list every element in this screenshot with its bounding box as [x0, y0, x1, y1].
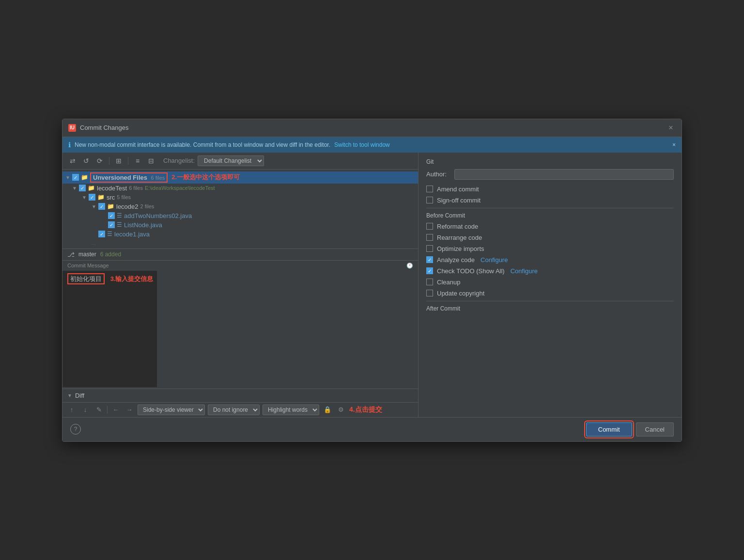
amend-commit-label: Amend commit	[437, 186, 479, 193]
optimize-imports-checkbox[interactable]	[426, 245, 433, 252]
diff-up-btn[interactable]: ↑	[66, 404, 77, 415]
cleanup-checkbox[interactable]	[426, 279, 433, 285]
sign-off-commit-row: Sign-off commit	[426, 197, 674, 204]
tree-arrow-unversioned: ▼	[65, 175, 72, 180]
title-bar: IU Commit Changes ×	[62, 119, 682, 137]
java-file-icon-2: ☰	[107, 231, 112, 237]
collapse-icon[interactable]: ⊟	[146, 156, 156, 166]
diff-down-btn[interactable]: ↓	[80, 404, 91, 415]
lock-icon[interactable]: 🔒	[322, 404, 333, 415]
commit-message-label: Commit Message	[67, 263, 406, 268]
diff-toolbar: ↑ ↓ ✎ ← → Side-by-side viewer Do not ign…	[62, 402, 418, 417]
after-commit-header: After Commit	[426, 305, 674, 312]
diff-title: Diff	[75, 392, 84, 399]
rearrange-code-label: Rearrange code	[437, 234, 482, 241]
folder-icon-lecode2: 📁	[107, 203, 114, 210]
close-button[interactable]: ×	[666, 123, 676, 133]
analyze-code-row: ✓ Analyze code Configure	[426, 256, 674, 264]
rearrange-code-row: Rearrange code	[426, 234, 674, 241]
check-todo-row: ✓ Check TODO (Show All) Configure	[426, 267, 674, 275]
java-file-icon-0: ☰	[117, 212, 122, 219]
diff-toolbar-divider-1	[107, 406, 108, 414]
info-icon: ℹ	[68, 141, 71, 149]
author-label: Author:	[426, 171, 450, 178]
folder-icon-src: 📁	[97, 194, 105, 201]
refresh-icon[interactable]: ⟳	[94, 156, 105, 166]
branch-icon: ⎇	[67, 251, 75, 258]
checkbox-file-1[interactable]: ✓	[108, 221, 115, 228]
tree-item-file-0[interactable]: ✓ ☰ addTwoNumbers02.java	[62, 211, 418, 220]
app-icon: IU	[68, 124, 76, 132]
commit-message-input[interactable]	[62, 271, 157, 387]
commit-button[interactable]: Commit	[586, 422, 632, 436]
dialog-title: Commit Changes	[80, 124, 666, 131]
viewer-mode-select[interactable]: Side-by-side viewer	[138, 404, 205, 415]
analyze-code-checkbox[interactable]: ✓	[426, 256, 433, 263]
highlight-mode-select[interactable]: Highlight words	[263, 404, 319, 415]
checkbox-lecode2[interactable]: ✓	[98, 203, 105, 210]
section-divider-1	[426, 208, 674, 208]
reformat-code-row: Reformat code	[426, 223, 674, 230]
diff-header[interactable]: ▼ Diff	[62, 389, 418, 402]
diff-back-btn[interactable]: ←	[110, 404, 121, 415]
checkbox-src[interactable]: ✓	[89, 194, 95, 201]
cleanup-row: Cleanup	[426, 279, 674, 286]
commit-message-area: Commit Message 🕐 初始化项目 3.输入提交信息	[62, 260, 418, 389]
author-input[interactable]	[454, 169, 674, 180]
analyze-code-label: Analyze code	[437, 256, 475, 264]
tree-name-lecodetest: lecodeTest	[97, 185, 127, 192]
rearrange-code-checkbox[interactable]	[426, 234, 433, 241]
diff-forward-btn[interactable]: →	[124, 404, 135, 415]
folder-icon-lecodetest: 📁	[88, 185, 95, 191]
diff-edit-btn[interactable]: ✎	[93, 404, 104, 415]
tree-item-file-1[interactable]: ✓ ☰ ListNode.java	[62, 220, 418, 230]
tree-name-lecode2: lecode2	[116, 203, 139, 210]
checkbox-lecodetest[interactable]: ✓	[79, 185, 86, 191]
bottom-buttons: ? Commit Cancel	[62, 417, 682, 441]
settings-icon[interactable]: ⚙	[336, 404, 346, 415]
expand-icon[interactable]: ≡	[132, 156, 143, 166]
checkbox-file-0[interactable]: ✓	[108, 212, 115, 219]
tree-item-lecode2[interactable]: ▼ ✓ 📁 lecode2 2 files	[62, 202, 418, 211]
tree-item-more: ...	[62, 239, 418, 247]
reformat-code-checkbox[interactable]	[426, 223, 433, 230]
switch-to-tool-window-link[interactable]: Switch to tool window	[334, 141, 390, 148]
left-panel: ⇄ ↺ ⟳ ⊞ ≡ ⊟ Changelist: Default Changeli…	[62, 153, 418, 417]
reformat-code-label: Reformat code	[437, 223, 478, 230]
cancel-button[interactable]: Cancel	[636, 422, 674, 436]
main-content: ⇄ ↺ ⟳ ⊞ ≡ ⊟ Changelist: Default Changeli…	[62, 153, 682, 417]
help-button[interactable]: ?	[70, 424, 81, 435]
tree-name-file-2: lecode1.java	[114, 231, 150, 238]
undo-icon[interactable]: ↺	[81, 156, 92, 166]
check-todo-checkbox[interactable]: ✓	[426, 267, 433, 274]
sync-icon[interactable]: ⇄	[67, 156, 78, 166]
tree-item-file-2[interactable]: ✓ ☰ lecode1.java	[62, 230, 418, 239]
git-section-title: Git	[426, 158, 674, 165]
diff-collapse-arrow: ▼	[67, 393, 72, 398]
cleanup-label: Cleanup	[437, 279, 460, 286]
analyze-code-configure-link[interactable]: Configure	[480, 256, 508, 264]
commit-message-header: Commit Message 🕐	[62, 260, 418, 271]
history-clock-icon[interactable]: 🕐	[406, 263, 413, 269]
ignore-whitespace-select[interactable]: Do not ignore	[208, 404, 260, 415]
info-bar-close-button[interactable]: ×	[672, 141, 676, 148]
tree-item-unversioned[interactable]: ▼ ✓ 📁 Unversioned Files 6 files 2.一般选中这个…	[62, 171, 418, 184]
checkbox-unversioned[interactable]: ✓	[72, 174, 79, 181]
tree-arrow-lecode2: ▼	[92, 204, 98, 209]
tree-item-src[interactable]: ▼ ✓ 📁 src 5 files	[62, 193, 418, 202]
optimize-imports-label: Optimize imports	[437, 245, 484, 252]
check-todo-configure-link[interactable]: Configure	[511, 267, 538, 275]
info-bar-message: New non-modal commit interface is availa…	[75, 141, 330, 148]
sign-off-commit-checkbox[interactable]	[426, 197, 433, 203]
update-copyright-checkbox[interactable]	[426, 290, 433, 296]
tree-item-lecodetest[interactable]: ▼ ✓ 📁 lecodeTest 6 files E:\ideaWorkspac…	[62, 184, 418, 193]
changelist-dropdown[interactable]: Default Changelist	[198, 156, 264, 166]
java-file-icon-1: ☰	[117, 221, 122, 228]
amend-commit-checkbox[interactable]	[426, 186, 433, 192]
toolbar-divider-1	[109, 157, 109, 165]
tree-name-file-0: addTwoNumbers02.java	[124, 212, 192, 219]
tree-arrow-src: ▼	[82, 195, 89, 200]
checkbox-file-2[interactable]: ✓	[98, 231, 105, 237]
tree-name-unversioned: Unversioned Files	[93, 174, 147, 181]
group-icon[interactable]: ⊞	[113, 156, 124, 166]
